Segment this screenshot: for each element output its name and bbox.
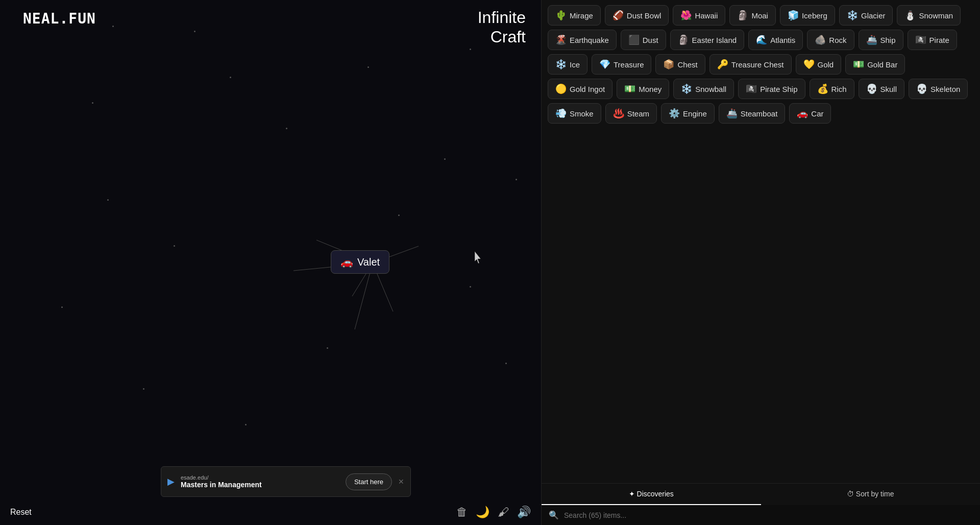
- element-chip[interactable]: 🪨Rock: [807, 30, 854, 50]
- element-chip[interactable]: ⬛Dust: [621, 30, 666, 50]
- element-emoji: 📦: [663, 59, 674, 70]
- element-label: Ship: [880, 36, 896, 44]
- element-chip[interactable]: 🗿Moai: [729, 5, 776, 26]
- element-emoji: 🚗: [797, 108, 808, 119]
- element-emoji: 💨: [555, 108, 567, 119]
- cursor: [475, 251, 483, 264]
- element-emoji: 🌋: [555, 34, 567, 45]
- element-chip[interactable]: 💵Money: [617, 79, 669, 99]
- element-emoji: ❄️: [847, 10, 858, 21]
- search-icon: 🔍: [549, 510, 559, 520]
- element-label: Treasure Chest: [731, 60, 784, 69]
- trash-icon[interactable]: 🗑: [456, 506, 468, 519]
- reset-button[interactable]: Reset: [10, 508, 32, 517]
- ad-title: Masters in Management: [181, 481, 339, 489]
- element-emoji: 💀: [916, 83, 927, 94]
- element-chip[interactable]: 🌵Mirage: [548, 5, 601, 26]
- element-label: Dust Bowl: [627, 11, 662, 20]
- element-emoji: ⬛: [628, 34, 640, 45]
- element-chip[interactable]: 🚢Steamboat: [719, 103, 786, 124]
- element-label: Dust: [643, 36, 658, 44]
- element-emoji: ❄️: [681, 83, 692, 94]
- valet-label: Valet: [357, 256, 380, 268]
- element-emoji: ⛄: [904, 10, 916, 21]
- valet-element[interactable]: 🚗 Valet: [331, 250, 389, 274]
- element-label: Money: [639, 85, 662, 93]
- element-label: Steam: [627, 109, 649, 118]
- element-chip[interactable]: 🌋Earthquake: [548, 30, 617, 50]
- ad-start-button[interactable]: Start here: [346, 473, 392, 490]
- element-emoji: 💵: [853, 59, 864, 70]
- element-chip[interactable]: ⚙️Engine: [661, 103, 715, 124]
- moon-icon[interactable]: 🌙: [476, 506, 489, 519]
- element-label: Car: [811, 109, 823, 118]
- element-emoji: ⚙️: [669, 108, 680, 119]
- element-emoji: 🪨: [815, 34, 826, 45]
- valet-emoji: 🚗: [340, 256, 353, 268]
- element-label: Rock: [829, 36, 846, 44]
- element-emoji: 💎: [599, 59, 610, 70]
- toolbar: Reset 🗑 🌙 🖌 🔊: [0, 499, 541, 525]
- element-emoji: 🧊: [788, 10, 799, 21]
- element-chip[interactable]: ❄️Glacier: [839, 5, 893, 26]
- element-label: Skeleton: [930, 85, 960, 93]
- element-chip[interactable]: 🔑Treasure Chest: [709, 54, 792, 75]
- element-label: Engine: [683, 109, 707, 118]
- element-emoji: 🏴‍☠️: [915, 34, 926, 45]
- element-chip[interactable]: 💨Smoke: [548, 103, 601, 124]
- connections-svg: [0, 0, 541, 525]
- ad-close-icon[interactable]: ✕: [398, 478, 404, 486]
- element-emoji: 🚢: [866, 34, 877, 45]
- element-label: Steamboat: [741, 109, 778, 118]
- element-chip[interactable]: 🏈Dust Bowl: [605, 5, 669, 26]
- element-label: Iceberg: [802, 11, 827, 20]
- element-chip[interactable]: 📦Chest: [655, 54, 705, 75]
- element-chip[interactable]: 🚢Ship: [859, 30, 903, 50]
- element-chip[interactable]: 🌊Atlantis: [748, 30, 803, 50]
- element-emoji: 🏈: [612, 10, 624, 21]
- element-chip[interactable]: 💀Skeleton: [909, 79, 968, 99]
- element-chip[interactable]: 🧊Iceberg: [780, 5, 835, 26]
- element-chip[interactable]: 🏴‍☠️Pirate Ship: [738, 79, 805, 99]
- element-chip[interactable]: ♨️Steam: [605, 103, 657, 124]
- element-chip[interactable]: 🟡Gold Ingot: [548, 79, 612, 99]
- element-chip[interactable]: 💰Rich: [810, 79, 854, 99]
- element-chip[interactable]: ⛄Snowman: [897, 5, 961, 26]
- element-chip[interactable]: 💀Skull: [859, 79, 905, 99]
- element-emoji: 🗿: [678, 34, 689, 45]
- element-chip[interactable]: ❄️Ice: [548, 54, 587, 75]
- element-emoji: 🏴‍☠️: [746, 83, 757, 94]
- element-emoji: 💀: [866, 83, 877, 94]
- element-label: Gold: [818, 60, 834, 69]
- brush-icon[interactable]: 🖌: [498, 506, 509, 519]
- element-label: Hawaii: [695, 11, 718, 20]
- element-chip[interactable]: 🏴‍☠️Pirate: [908, 30, 957, 50]
- tab-discoveries[interactable]: ✦ Discoveries: [542, 484, 761, 505]
- element-emoji: 🗿: [737, 10, 748, 21]
- element-chip[interactable]: 💵Gold Bar: [845, 54, 905, 75]
- canvas-area[interactable]: NEAL.FUN Infinite Craft 🚗 Valet ▶ esade.…: [0, 0, 541, 525]
- logo: NEAL.FUN: [23, 10, 96, 27]
- element-label: Atlantis: [770, 36, 795, 44]
- element-label: Pirate Ship: [760, 85, 797, 93]
- tab-sort[interactable]: ⏱ Sort by time: [761, 484, 981, 505]
- element-emoji: ♨️: [613, 108, 624, 119]
- element-emoji: 💛: [803, 59, 815, 70]
- element-chip[interactable]: ❄️Snowball: [673, 79, 734, 99]
- element-label: Gold Bar: [867, 60, 897, 69]
- tab-bar: ✦ Discoveries ⏱ Sort by time: [542, 484, 980, 505]
- element-label: Mirage: [570, 11, 593, 20]
- element-chip[interactable]: 💎Treasure: [592, 54, 651, 75]
- search-input[interactable]: [564, 511, 973, 519]
- element-chip[interactable]: 🗿Easter Island: [670, 30, 745, 50]
- element-emoji: 🌵: [555, 10, 567, 21]
- sidebar: 🌵Mirage🏈Dust Bowl🌺Hawaii🗿Moai🧊Iceberg❄️G…: [541, 0, 980, 525]
- element-label: Gold Ingot: [570, 85, 605, 93]
- element-label: Glacier: [861, 11, 886, 20]
- element-chip[interactable]: 💛Gold: [796, 54, 842, 75]
- sound-icon[interactable]: 🔊: [517, 506, 531, 519]
- element-label: Treasure: [614, 60, 644, 69]
- element-label: Chest: [677, 60, 697, 69]
- element-chip[interactable]: 🚗Car: [789, 103, 831, 124]
- element-chip[interactable]: 🌺Hawaii: [673, 5, 725, 26]
